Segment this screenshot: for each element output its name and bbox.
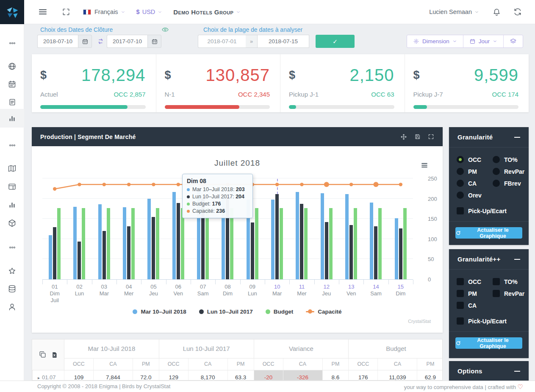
layers-icon — [510, 38, 517, 45]
kpi-label: N-1 — [165, 91, 175, 98]
collapse-icon[interactable] — [514, 371, 520, 372]
notifications-bell-icon[interactable] — [491, 6, 502, 17]
org-selector[interactable]: Demo Hotels Group — [173, 8, 241, 16]
radio-ca[interactable]: CA — [457, 180, 493, 187]
sidebar-item-more-dots-0[interactable] — [0, 35, 24, 52]
eye-icon[interactable] — [161, 25, 169, 33]
kpi-progress-bar — [413, 105, 519, 109]
refresh-chart-button[interactable]: Actualiser le Graphique — [455, 337, 522, 349]
production-chart-panel: Production | Segment De Marché Juillet 2… — [32, 127, 443, 333]
check-icon: ✓ — [333, 38, 338, 45]
legend-item[interactable]: Lun 10–Juil 2017 — [199, 309, 253, 315]
sidebar-item-globe-1[interactable] — [0, 58, 24, 75]
radio-revpar[interactable]: RevPar — [493, 168, 529, 175]
series-dot-icon — [266, 309, 270, 314]
legend-item[interactable]: Capacité — [306, 309, 341, 315]
range-start-input[interactable] — [198, 35, 246, 48]
layers-button[interactable] — [503, 35, 523, 47]
app-logo[interactable] — [0, 0, 24, 24]
sidebar-item-report-3[interactable] — [0, 94, 24, 111]
more-dots-icon — [8, 244, 16, 251]
table-cell: 63.3 — [227, 370, 254, 381]
y-tick-label: 150 — [428, 216, 437, 222]
tagline-text: your way to comprehensive data | crafted… — [404, 383, 523, 391]
granularite-pp-panel: Granularité++ OCCTO%PMRevParCAPick-Up/Ec… — [449, 249, 529, 358]
tooltip-row: Budget: 176 — [187, 201, 248, 207]
radio-orev[interactable]: Orev — [457, 192, 493, 199]
kpi-label: Pickup J-1 — [289, 91, 319, 98]
checkbox-pickup-ecart[interactable]: Pick-Up/Ecart — [457, 207, 529, 214]
y-tick-label: 200 — [428, 196, 437, 202]
fullscreen-icon[interactable] — [61, 6, 72, 17]
collapse-icon[interactable] — [514, 259, 520, 260]
chart-menu-icon[interactable] — [420, 161, 429, 170]
calendar-button-icon[interactable] — [78, 35, 92, 48]
checkbox-revpar[interactable]: RevPar — [493, 290, 529, 297]
row-expander[interactable]: ▸01.07 — [33, 370, 64, 381]
kpi-card-pickup-j-7: $9,599Pickup J-7OCC 174 — [405, 54, 529, 112]
checkbox-pickup-ecart[interactable]: Pick-Up/Ecart — [457, 317, 529, 325]
range-end-input[interactable] — [257, 35, 309, 48]
calendar-button-icon[interactable] — [147, 35, 161, 48]
excel-export-icon[interactable] — [51, 351, 58, 359]
user-icon — [8, 303, 17, 311]
sidebar-item-map-6[interactable] — [0, 160, 24, 177]
sidebar-item-calendar-2[interactable] — [0, 75, 24, 92]
sidebar-item-cube-9[interactable] — [0, 214, 24, 231]
menu-toggle-icon[interactable] — [37, 6, 48, 17]
sidebar-item-more-dots-5[interactable] — [0, 137, 24, 154]
sidebar-item-grid-layout-7[interactable] — [0, 178, 24, 195]
sidebar-item-bar-chart-8[interactable] — [0, 196, 24, 213]
sidebar-item-more-dots-10[interactable] — [0, 239, 24, 256]
apply-button[interactable]: ✓ — [316, 35, 355, 48]
radio-to[interactable]: TO% — [493, 156, 529, 163]
swap-dates-icon[interactable] — [97, 37, 105, 45]
move-icon[interactable] — [400, 133, 407, 140]
sync-icon[interactable] — [512, 6, 523, 17]
checkbox-to[interactable]: TO% — [493, 278, 529, 285]
refresh-chart-button[interactable]: Actualiser le Graphique — [455, 227, 522, 239]
closing-date-1-input[interactable] — [37, 35, 78, 48]
sidebar — [0, 24, 24, 381]
table-cell: 109 — [64, 370, 94, 381]
day-dropdown[interactable]: Jour — [463, 35, 503, 47]
legend-item[interactable]: Budget — [266, 309, 294, 315]
language-selector[interactable]: Français — [94, 8, 125, 15]
x-label-day-14: 14Sam — [363, 284, 388, 297]
star-icon — [8, 267, 17, 275]
checkbox-occ[interactable]: OCC — [457, 278, 493, 285]
user-menu[interactable]: Lucien Semaan — [429, 8, 479, 15]
french-flag-icon — [83, 9, 91, 15]
copy-icon[interactable] — [39, 350, 47, 359]
kpi-card-pickup-j-1: $2,150Pickup J-1OCC 63 — [280, 54, 405, 112]
radio-fbrev[interactable]: FBrev — [493, 180, 529, 187]
globe-icon — [8, 62, 17, 71]
kpi-occ: OCC 63 — [371, 91, 394, 98]
kpi-occ: OCC 174 — [492, 91, 518, 98]
more-dots-icon — [8, 142, 16, 149]
radio-occ[interactable]: OCC — [457, 156, 493, 163]
sidebar-item-bar-chart-4[interactable] — [0, 109, 24, 128]
dimension-dropdown[interactable]: Dimension — [407, 35, 463, 47]
table-subheader: CA — [94, 358, 133, 370]
sidebar-item-star-11[interactable] — [0, 262, 24, 279]
kpi-label: Pickup J-7 — [413, 91, 443, 98]
table-cell: 8.6 — [322, 370, 349, 381]
calendar-icon — [8, 80, 17, 89]
legend-item[interactable]: Mar 10–Juil 2018 — [133, 309, 186, 315]
closing-date-2-input[interactable] — [107, 35, 147, 48]
radio-pm[interactable]: PM — [457, 168, 493, 175]
granularite-pp-title: Granularité++ — [457, 256, 500, 263]
checkbox-ca[interactable]: CA — [457, 302, 493, 309]
kpi-card-actuel: $178,294ActuelOCC 2,857 — [32, 54, 156, 112]
checkbox-pm[interactable]: PM — [457, 290, 493, 297]
expand-icon[interactable] — [428, 133, 434, 140]
sidebar-item-user-13[interactable] — [0, 298, 24, 315]
sidebar-item-database-12[interactable] — [0, 280, 24, 297]
save-icon[interactable] — [414, 133, 421, 140]
table-cell: 62.9 — [417, 370, 443, 381]
kpi-label: Actuel — [40, 91, 58, 98]
collapse-icon[interactable] — [514, 137, 520, 138]
currency-selector[interactable]: $ USD — [136, 8, 163, 15]
table-cell: 7,844 — [94, 370, 133, 381]
